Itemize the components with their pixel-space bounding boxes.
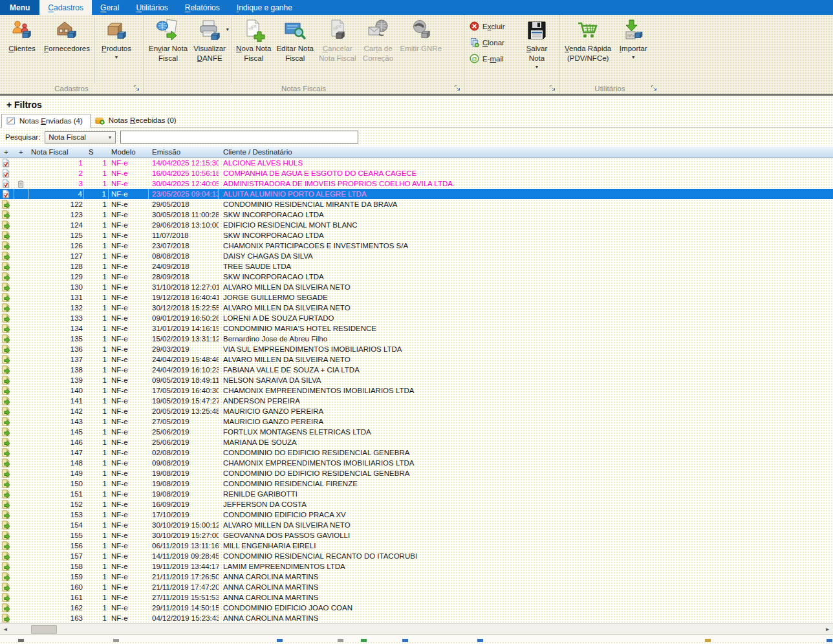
- dropdown-arrow-icon[interactable]: ▼: [225, 27, 230, 32]
- menu-item-relat-rios[interactable]: Relatórios: [177, 0, 228, 15]
- table-row[interactable]: 1551NF-e30/10/2019 15:27:00GEOVANNA DOS …: [0, 530, 833, 541]
- table-row[interactable]: 1251NF-e11/07/2018SKW INCORPORACAO LTDA: [0, 230, 833, 241]
- search-field-combo[interactable]: Nota Fiscal ▼: [45, 131, 116, 144]
- table-row[interactable]: 1271NF-e08/08/2018DAISY CHAGAS DA SILVA: [0, 251, 833, 261]
- table-row[interactable]: 31NF-e30/04/2025 12:40:05ADMINISTRADORA …: [0, 178, 833, 189]
- table-row[interactable]: 1561NF-e06/11/2019 13:11:16MILL ENGENHAR…: [0, 541, 833, 551]
- scroll-left-button[interactable]: ◄: [0, 624, 11, 634]
- search-input[interactable]: [120, 131, 358, 144]
- importar-button[interactable]: NFeImportar▼: [614, 16, 653, 59]
- menu-item-utilit-rios[interactable]: Utilitários: [127, 0, 176, 15]
- column-header-2[interactable]: Nota Fiscal: [29, 147, 84, 157]
- table-row[interactable]: 1301NF-e31/10/2018 12:27:01ALVARO MILLEN…: [0, 282, 833, 292]
- table-row[interactable]: 1431NF-e27/05/2019MAURICIO GANZO PEREIRA: [0, 416, 833, 427]
- editar-nota-fiscal-button[interactable]: Editar NotaFiscal: [274, 16, 316, 63]
- table-row[interactable]: 1291NF-e28/09/2018SKW INCORPORACAO LTDA: [0, 272, 833, 282]
- table-row[interactable]: 1461NF-e25/06/2019MARIANA DE SOUZA: [0, 437, 833, 447]
- nova-nota-fiscal-button[interactable]: NFeNova NotaFiscal: [233, 16, 274, 63]
- table-row[interactable]: 1281NF-e24/09/2018TREE SAUDE LTDA: [0, 261, 833, 272]
- table-row[interactable]: 1321NF-e30/12/2018 15:22:55ALVARO MILLEN…: [0, 303, 833, 313]
- table-row[interactable]: 1381NF-e24/04/2019 16:10:23FABIANA VALLE…: [0, 365, 833, 375]
- table-row[interactable]: 1631NF-e04/12/2019 15:23:43ANNA CAROLINA…: [0, 613, 833, 623]
- table-row[interactable]: 1541NF-e30/10/2019 15:00:12ALVARO MILLEN…: [0, 520, 833, 530]
- scroll-thumb[interactable]: [31, 625, 57, 634]
- scroll-right-button[interactable]: ►: [822, 624, 833, 634]
- column-header-4[interactable]: Modelo: [109, 147, 149, 157]
- tab-notas-enviadas-4-[interactable]: Notas Enviadas (4): [1, 114, 91, 128]
- dropdown-arrow-icon[interactable]: ▼: [535, 65, 539, 69]
- dialog-launcher-icon[interactable]: [549, 85, 556, 92]
- menu-item-menu[interactable]: Menu: [0, 0, 39, 15]
- table-row[interactable]: 1261NF-e23/07/2018CHAMONIX PARTICIPACOES…: [0, 241, 833, 251]
- table-row[interactable]: 1371NF-e24/04/2019 15:48:46ALVARO MILLEN…: [0, 354, 833, 365]
- table-row[interactable]: 1501NF-e19/08/2019CONDOMINIO RESIDENCIAL…: [0, 478, 833, 489]
- row-attachment-cell: [14, 437, 29, 447]
- table-row[interactable]: 1451NF-e25/06/2019FORTLUX MONTAGENS ELET…: [0, 427, 833, 437]
- row-status-cell: [0, 272, 14, 282]
- table-row[interactable]: 1511NF-e19/08/2019RENILDE GARIBOTTI: [0, 489, 833, 499]
- emissao-cell: 25/06/2019: [149, 427, 219, 437]
- table-row[interactable]: 1421NF-e20/05/2019 13:25:48MAURICIO GANZ…: [0, 406, 833, 416]
- table-row[interactable]: 1601NF-e21/11/2019 17:47:20ANNA CAROLINA…: [0, 582, 833, 592]
- clientes-button[interactable]: Clientes: [3, 16, 41, 54]
- table-row[interactable]: 1571NF-e14/11/2019 09:28:45CONDOMINIO RE…: [0, 551, 833, 561]
- table-row[interactable]: 1361NF-e29/03/2019VIA SUL EMPREENDIMENTO…: [0, 344, 833, 354]
- table-row[interactable]: 1231NF-e30/05/2018 11:00:28SKW INCORPORA…: [0, 209, 833, 220]
- table-row[interactable]: 1471NF-e02/08/2019CONDOMINIO DO EDIFICIO…: [0, 447, 833, 458]
- column-header-3[interactable]: S: [84, 147, 109, 157]
- modelo-cell: NF-e: [109, 354, 149, 365]
- dialog-launcher-icon[interactable]: [133, 85, 140, 92]
- table-row[interactable]: 1491NF-e19/08/2019CONDOMINIO DO EDIFICIO…: [0, 468, 833, 478]
- enviar-nota-icon: [156, 19, 180, 42]
- table-row[interactable]: 21NF-e16/04/2025 10:56:18COMPANHIA DE AG…: [0, 168, 833, 178]
- emissao-cell: 30/10/2019 15:00:12: [149, 520, 219, 530]
- row-attachment-cell: [14, 396, 29, 406]
- menu-item-geral[interactable]: Geral: [92, 0, 127, 15]
- excluir-button[interactable]: Excluir: [470, 21, 515, 31]
- table-row[interactable]: 1401NF-e17/05/2019 16:40:30CHAMONIX EMPR…: [0, 385, 833, 396]
- fornecedores-button[interactable]: Fornecedores: [41, 16, 92, 54]
- column-header-1[interactable]: +: [14, 147, 29, 157]
- venda-rapida-button[interactable]: Venda Rápida(PDV/NFCe): [562, 16, 614, 63]
- column-header-5[interactable]: Emissão: [149, 147, 219, 157]
- visualizar-danfe-button[interactable]: ▼VisualizarDANFE: [190, 16, 229, 63]
- sent-note-icon: [1, 365, 10, 374]
- dropdown-arrow-icon[interactable]: ▼: [114, 55, 119, 59]
- table-row[interactable]: 1221NF-e29/05/2018CONDOMINIO RESIDENCIAL…: [0, 199, 833, 209]
- table-row[interactable]: 1391NF-e09/05/2019 18:49:11NELSON SARAIV…: [0, 375, 833, 385]
- menu-item-indique-e-ganhe[interactable]: Indique e ganhe: [228, 0, 301, 15]
- dialog-launcher-icon[interactable]: [651, 85, 658, 92]
- table-row[interactable]: 1331NF-e09/01/2019 16:50:26LORENI A DE S…: [0, 313, 833, 323]
- clonar-button[interactable]: Clonar: [470, 38, 515, 47]
- salvar-nota-button[interactable]: Salvar Nota▼: [516, 16, 557, 69]
- table-row[interactable]: 11NF-e14/04/2025 12:15:30ALCIONE ALVES H…: [0, 158, 833, 168]
- dropdown-arrow-icon[interactable]: ▼: [631, 55, 636, 59]
- produtos-button[interactable]: Produtos▼: [97, 16, 136, 59]
- tab-notas-recebidas-0-[interactable]: Notas Recebidas (0): [91, 113, 184, 127]
- table-row[interactable]: 1481NF-e09/08/2019CHAMONIX EMPREENDIMENT…: [0, 458, 833, 468]
- clientes-icon: [10, 19, 34, 42]
- serie-cell: 1: [84, 334, 109, 344]
- table-row[interactable]: 1351NF-e15/02/2019 13:31:12Bernardino Jo…: [0, 334, 833, 344]
- table-row[interactable]: 1621NF-e29/11/2019 14:50:15CONDOMINIO ED…: [0, 603, 833, 613]
- tab-strip: Notas Enviadas (4)Notas Recebidas (0): [0, 113, 833, 128]
- table-row[interactable]: 1521NF-e16/09/2019JEFFERSON DA COSTA: [0, 499, 833, 510]
- table-row[interactable]: 1311NF-e19/12/2018 16:40:41JORGE GUILLER…: [0, 292, 833, 303]
- enviar-nota-fiscal-button[interactable]: Enviar NotaFiscal: [146, 16, 190, 63]
- email-button[interactable]: @E-mail: [470, 54, 515, 63]
- table-row[interactable]: 1241NF-e29/06/2018 13:10:00EDIFICIO RESI…: [0, 220, 833, 230]
- table-row[interactable]: 1531NF-e17/10/2019CONDOMINIO EDIFICIO PR…: [0, 510, 833, 520]
- table-row[interactable]: 1581NF-e19/11/2019 13:44:17LAMIM EMPREEN…: [0, 561, 833, 572]
- table-row[interactable]: 1341NF-e31/01/2019 14:16:15CONDOMINIO MA…: [0, 323, 833, 334]
- menu-item-cadastros[interactable]: Cadastros: [39, 0, 92, 15]
- filters-expander[interactable]: + Filtros: [0, 96, 833, 113]
- serie-cell: 1: [84, 530, 109, 541]
- table-row[interactable]: 1411NF-e19/05/2019 15:47:27ANDERSON PERE…: [0, 396, 833, 406]
- dialog-launcher-icon[interactable]: [454, 85, 461, 92]
- column-header-0[interactable]: +: [0, 147, 14, 157]
- horizontal-scrollbar[interactable]: ◄ ►: [0, 623, 833, 634]
- table-row[interactable]: 1611NF-e27/11/2019 15:51:53ANNA CAROLINA…: [0, 592, 833, 603]
- table-row[interactable]: 41NF-e23/05/2025 09:04:13ALUITA ALUMINIO…: [0, 189, 833, 199]
- column-header-6[interactable]: Cliente / Destinatário: [219, 147, 833, 157]
- table-row[interactable]: 1591NF-e21/11/2019 17:26:50ANNA CAROLINA…: [0, 572, 833, 582]
